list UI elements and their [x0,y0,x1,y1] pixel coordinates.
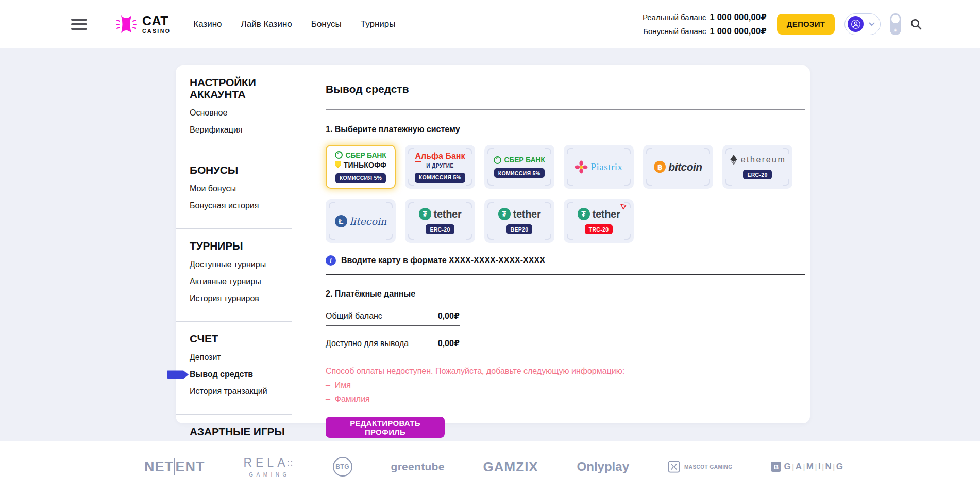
sidebar-item-withdrawal[interactable]: Вывод средств [190,370,285,379]
payment-method-alfa-bank[interactable]: Альфа БанкИ ДРУГИЕКОМИССИЯ 5% [405,145,475,189]
provider-logo-mascot: MASCOT GAMING [668,461,733,473]
commission-badge: TRC-20 [585,224,613,234]
payment-warning: Способ оплаты недоступен. Пожалуйста, до… [326,367,805,376]
avatar [848,16,864,32]
provider-logo-greentube: greentube [391,461,445,473]
sidebar-section-title: АЗАРТНЫЕ ИГРЫ [190,425,285,437]
chevron-down-icon [869,22,875,26]
profile-menu[interactable] [844,13,881,35]
corner-mark [408,179,414,186]
deposit-button[interactable]: ДЕПОЗИТ [777,14,835,35]
corner-mark [545,148,551,154]
sberbank-label: СБЕР БАНК [504,156,545,164]
commission-badge: КОМИССИЯ 5% [415,173,466,183]
corner-mark [624,179,631,186]
sidebar-item-available-tournaments[interactable]: Доступные турниры [190,260,285,269]
sidebar-section-bonuses: БОНУСЫМои бонусыБонусная история [176,153,292,229]
sberbank-label: СБЕР БАНК [345,151,386,159]
sidebar-item-my-bonuses[interactable]: Мои бонусы [190,184,285,193]
tether-icon: ₮ [498,208,511,220]
tinkoff-icon [335,161,341,168]
payment-method-tether-erc20[interactable]: ₮tetherERC-20 [405,199,475,243]
payment-method-bitcoin[interactable]: ฿bitcoin [643,145,713,189]
corner-mark [466,202,472,208]
brand-logo[interactable]: CAT CASINO [115,13,171,36]
mascot-icon [668,461,680,473]
balance-value: 1 000 000,00₽ [710,26,767,36]
commission-badge: ERC-20 [743,170,771,179]
payment-method-litecoin[interactable]: Łlitecoin [326,199,396,243]
step2-label: 2. Платёжные данные [326,289,805,299]
sidebar-item-label: Основное [190,108,227,117]
sidebar-item-label: Доступные турниры [190,260,266,269]
payment-method-ethereum[interactable]: ethereumERC-20 [722,145,792,189]
corner-mark [545,202,551,208]
section-divider [326,274,805,275]
sberbank-icon [335,151,343,159]
sidebar-item-active-tournaments[interactable]: Активные турниры [190,277,285,286]
hamburger-menu-icon[interactable] [71,19,87,30]
step1-label: 1. Выберите платежную систему [326,125,805,134]
provider-logo-netent: NETENT [144,458,205,475]
sidebar-item-verification[interactable]: Верификация [190,125,285,135]
nav-link-casino[interactable]: Казино [193,19,222,29]
balance-row-value: 0,00₽ [438,311,460,321]
sidebar-section-title: ТУРНИРЫ [190,240,285,252]
commission-badge: ERC-20 [426,224,454,234]
payment-method-piastrix[interactable]: Piastrix [564,145,634,189]
balance-label: Реальный баланс [643,13,706,22]
corner-mark [408,148,414,154]
litecoin-label: litecoin [350,216,386,227]
corner-mark [725,148,732,154]
payment-method-sberbank[interactable]: СБЕР БАНККОМИССИЯ 5% [484,145,554,189]
sberbank-icon [494,156,501,164]
corner-mark [408,234,414,240]
tether-label: tether [513,208,541,220]
page-title: Вывод средств [326,83,805,95]
nav-link-live-casino[interactable]: Лайв Казино [241,19,292,29]
sidebar-item-main[interactable]: Основное [190,108,285,118]
ethereum-icon [729,154,738,166]
title-divider [326,109,805,110]
ethereum-label: ethereum [741,155,786,165]
provider-logo-bgaming: BG|A|M|I|N|G [771,462,843,472]
tron-icon [620,204,627,210]
info-note-text: Вводите карту в формате XXXX-XXXX-XXXX-X… [341,256,545,265]
search-button[interactable] [910,18,922,30]
corner-mark [646,179,652,186]
sidebar-item-tournament-history[interactable]: История турниров [190,294,285,303]
nav-link-tournaments[interactable]: Турниры [361,19,396,29]
corner-mark [704,148,710,154]
balance-row-label: Общий баланс [326,311,382,321]
provider-logo-btg: BTG [333,457,352,477]
corner-mark [487,179,494,186]
payment-method-sber-tinkoff[interactable]: СБЕР БАНКТИНЬКОФФКОМИССИЯ 5% [326,145,396,189]
missing-field-item: – Имя [326,381,805,390]
bitcoin-icon: ฿ [654,161,666,173]
sidebar-section-title: БОНУСЫ [190,164,285,176]
payment-method-tether-bep20[interactable]: ₮tetherBEP20 [484,199,554,243]
corner-mark [783,148,789,154]
corner-mark [487,234,494,240]
payment-methods-grid: СБЕР БАНКТИНЬКОФФКОМИССИЯ 5%Альфа БанкИ … [326,145,805,243]
edit-profile-button[interactable]: РЕДАКТИРОВАТЬ ПРОФИЛЬ [326,417,445,438]
sidebar-item-label: История транзакций [190,387,267,396]
sidebar-item-deposit[interactable]: Депозит [190,353,285,362]
corner-mark [386,202,393,208]
payment-method-tether-trc20[interactable]: ₮tetherTRC-20 [564,199,634,243]
litecoin-icon: Ł [335,215,347,227]
corner-mark [466,179,472,186]
brand-name: CAT [142,14,171,27]
commission-badge: КОМИССИЯ 5% [335,173,386,183]
providers-row: NETENTRELA∙∙∙∙GAMINGBTGgreentubeGAMZIXOn… [144,456,843,478]
sidebar-section-account: СЧЕТДепозитВывод средствИстория транзакц… [176,322,292,415]
sidebar-item-transaction-history[interactable]: История транзакций [190,387,285,396]
theme-toggle[interactable]: ☀ [890,13,901,35]
sidebar-item-bonus-history[interactable]: Бонусная история [190,201,285,210]
nav-link-bonuses[interactable]: Бонусы [311,19,342,29]
sidebar-section-title: СЧЕТ [190,333,285,345]
withdrawal-content: Вывод средств 1. Выберите платежную сист… [292,65,823,423]
corner-mark [624,234,631,240]
corner-mark [545,179,551,186]
sidebar-sections: НАСТРОЙКИ АККАУНТАОсновноеВерификацияБОН… [176,65,292,473]
